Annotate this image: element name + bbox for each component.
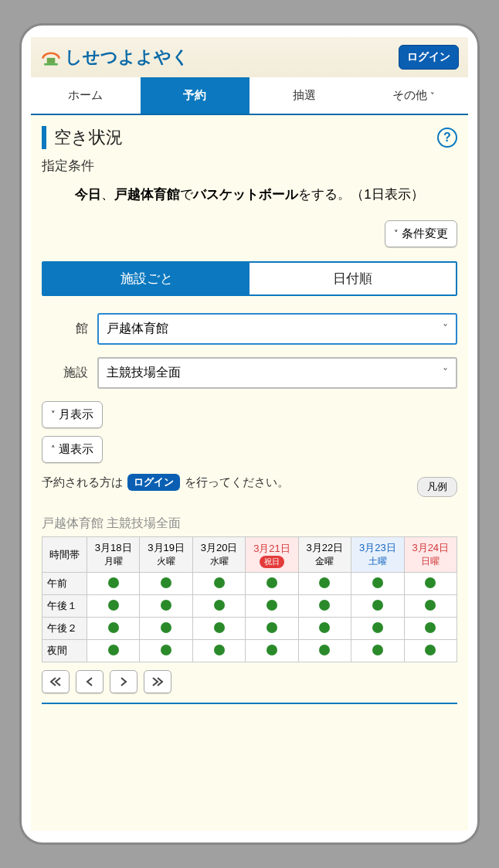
week-view-button[interactable]: ˄ 週表示: [42, 436, 103, 463]
main-content: 空き状況 ? 指定条件 今日、戸越体育館でバスケットボールをする。（1日表示） …: [31, 115, 468, 831]
available-icon: [372, 577, 383, 588]
date-header: 3月19日火曜: [140, 537, 192, 573]
available-icon: [214, 645, 225, 655]
date-header: 3月18日月曜: [87, 537, 140, 573]
available-icon: [108, 622, 119, 633]
available-icon: [266, 600, 277, 611]
availability-cell[interactable]: [298, 640, 351, 662]
available-icon: [108, 577, 119, 588]
available-icon: [319, 622, 330, 633]
availability-cell[interactable]: [404, 640, 457, 662]
available-icon: [161, 645, 171, 655]
availability-cell[interactable]: [140, 618, 192, 640]
date-header: 3月24日日曜: [404, 537, 457, 573]
pager-prev[interactable]: [76, 670, 104, 693]
nav-lottery[interactable]: 抽選: [250, 77, 359, 114]
availability-table: 時間帯 3月18日月曜3月19日火曜3月20日水曜3月21日祝日3月22日金曜3…: [42, 536, 457, 662]
view-tabs: 施設ごと 日付順: [42, 261, 457, 296]
availability-cell[interactable]: [140, 640, 192, 662]
criteria-activity: バスケットボール: [193, 187, 298, 202]
chevron-down-icon: ˅: [430, 91, 435, 100]
available-icon: [425, 600, 436, 611]
building-label: 館: [42, 321, 88, 337]
facility-select[interactable]: 主競技場全面: [97, 357, 457, 389]
brand-text: しせつよよやく: [65, 46, 189, 69]
pager-first[interactable]: [42, 670, 70, 693]
date-header: 3月22日金曜: [298, 537, 351, 573]
availability-cell[interactable]: [192, 640, 245, 662]
change-conditions-button[interactable]: ˅ 条件変更: [385, 220, 457, 247]
available-icon: [319, 645, 330, 655]
building-select-value: 戸越体育館: [107, 322, 168, 335]
availability-cell[interactable]: [246, 618, 298, 640]
pager-next[interactable]: [110, 670, 137, 693]
criteria-building: 戸越体育館: [114, 187, 180, 202]
nav-other-label: その他: [392, 88, 427, 101]
month-view-button[interactable]: ˅ 月表示: [42, 401, 103, 428]
time-slot-label: 夜間: [42, 640, 87, 662]
help-icon[interactable]: ?: [437, 128, 457, 148]
nav-other[interactable]: その他 ˅: [359, 77, 469, 114]
screen: しせつよよやく ログイン ホーム 予約 抽選 その他 ˅ 空き状況 ? 指定条件…: [31, 37, 468, 831]
time-slot-label: 午前: [42, 573, 87, 595]
availability-cell[interactable]: [140, 595, 192, 618]
svg-rect-1: [44, 63, 58, 66]
chevron-down-icon: ˅: [51, 410, 56, 420]
device-frame: しせつよよやく ログイン ホーム 予約 抽選 その他 ˅ 空き状況 ? 指定条件…: [19, 23, 480, 845]
availability-cell[interactable]: [351, 595, 404, 618]
tab-by-facility[interactable]: 施設ごと: [43, 263, 250, 294]
available-icon: [214, 577, 225, 588]
table-row: 午前: [42, 573, 457, 595]
available-icon: [372, 600, 383, 611]
available-icon: [266, 577, 277, 588]
availability-cell[interactable]: [298, 618, 351, 640]
date-header: 3月23日土曜: [351, 537, 404, 573]
available-icon: [372, 645, 383, 655]
criteria-label: 指定条件: [42, 157, 457, 175]
availability-cell[interactable]: [404, 618, 457, 640]
availability-cell[interactable]: [246, 640, 298, 662]
change-conditions-label: 条件変更: [402, 226, 448, 241]
availability-cell[interactable]: [246, 595, 298, 618]
availability-cell[interactable]: [351, 573, 404, 595]
header: しせつよよやく ログイン: [31, 37, 468, 77]
building-select[interactable]: 戸越体育館: [97, 313, 457, 345]
availability-cell[interactable]: [351, 618, 404, 640]
date-header: 3月21日祝日: [246, 537, 298, 573]
availability-cell[interactable]: [87, 573, 140, 595]
available-icon: [108, 600, 119, 611]
legend-button[interactable]: 凡例: [417, 477, 457, 497]
availability-cell[interactable]: [404, 573, 457, 595]
availability-cell[interactable]: [87, 618, 140, 640]
brand-icon: [40, 46, 62, 68]
nav-reserve[interactable]: 予約: [141, 77, 250, 114]
available-icon: [266, 622, 277, 633]
table-title: 戸越体育館 主競技場全面: [42, 516, 457, 532]
availability-cell[interactable]: [298, 595, 351, 618]
footer-divider: [42, 703, 457, 704]
available-icon: [214, 600, 225, 611]
nav-home[interactable]: ホーム: [31, 77, 141, 114]
available-icon: [214, 622, 225, 633]
availability-cell[interactable]: [192, 595, 245, 618]
availability-cell[interactable]: [246, 573, 298, 595]
inline-login-button[interactable]: ログイン: [127, 474, 180, 491]
time-slot-label: 午後２: [42, 618, 87, 640]
login-button[interactable]: ログイン: [399, 45, 459, 70]
table-row: 夜間: [42, 640, 457, 662]
available-icon: [108, 645, 119, 655]
availability-cell[interactable]: [298, 573, 351, 595]
tab-by-date[interactable]: 日付順: [250, 263, 456, 294]
availability-cell[interactable]: [351, 640, 404, 662]
brand: しせつよよやく: [40, 46, 189, 69]
availability-cell[interactable]: [87, 595, 140, 618]
availability-cell[interactable]: [192, 618, 245, 640]
pager-last[interactable]: [144, 670, 171, 693]
availability-cell[interactable]: [87, 640, 140, 662]
criteria-day: 今日: [75, 187, 101, 202]
time-header: 時間帯: [42, 537, 87, 573]
availability-cell[interactable]: [404, 595, 457, 618]
availability-cell[interactable]: [192, 573, 245, 595]
available-icon: [425, 577, 436, 588]
availability-cell[interactable]: [140, 573, 192, 595]
